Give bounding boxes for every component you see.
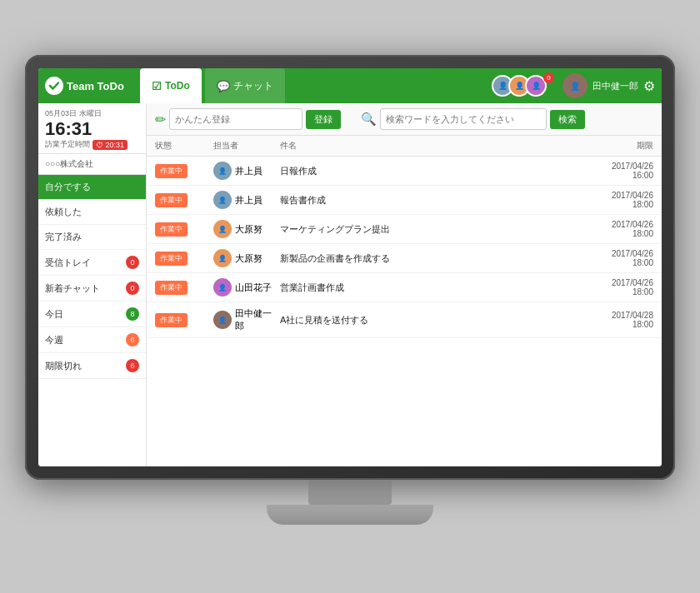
- chat-icon: 💬: [217, 80, 230, 92]
- sidebar-item-label: 今週: [45, 334, 63, 346]
- sidebar-item-jushin[interactable]: 受信トレイ0: [38, 250, 146, 276]
- due-date: 2017/04/26 18:00: [570, 191, 653, 209]
- sidebar-badge-jushin: 0: [126, 256, 139, 269]
- col-status: 状態: [155, 140, 213, 152]
- table-row[interactable]: 作業中👤井上員日報作成2017/04/26 16:00: [147, 157, 662, 186]
- header-right: 👤 👤 👤 0 👤 田中健一郎 ⚙: [492, 73, 655, 98]
- sidebar-time: 16:31: [45, 119, 139, 139]
- status-cell: 作業中: [155, 164, 213, 178]
- table-row[interactable]: 作業中👤田中健一郎A社に見積を送付する2017/04/28 18:00: [147, 302, 662, 338]
- assignee-name: 山田花子: [235, 282, 272, 294]
- todo-table: 状態 担当者 件名 期限 作業中👤井上員日報作成2017/04/26 16:00…: [147, 136, 662, 466]
- assignee-cell: 👤山田花子: [213, 278, 280, 296]
- app-body: 05月03日 水曜日 16:31 訪業予定時間 ⏱ 20:31 ○○○株式会社 …: [38, 103, 662, 466]
- search-input[interactable]: [380, 108, 547, 130]
- task-name: 営業計画書作成: [280, 282, 570, 294]
- search-button[interactable]: 検索: [550, 110, 585, 129]
- table-row[interactable]: 作業中👤大原努新製品の企画書を作成する2017/04/26 18:00: [147, 244, 662, 273]
- row-avatar: 👤: [213, 249, 232, 267]
- sidebar-badge-imasugu: 6: [126, 333, 139, 346]
- status-cell: 作業中: [155, 222, 213, 237]
- status-cell: 作業中: [155, 281, 213, 295]
- avatar-badge: 0: [543, 72, 554, 83]
- status-cell: 作業中: [155, 313, 213, 327]
- assignee-cell: 👤大原努: [213, 220, 280, 238]
- due-date: 2017/04/28 18:00: [570, 311, 653, 329]
- status-cell: 作業中: [155, 193, 213, 207]
- status-badge: 作業中: [155, 164, 188, 178]
- row-avatar: 👤: [213, 162, 232, 180]
- status-badge: 作業中: [155, 281, 188, 295]
- assignee-cell: 👤田中健一郎: [213, 307, 280, 332]
- monitor-stand-top: [308, 480, 392, 505]
- assignee-name: 大原努: [235, 223, 262, 236]
- tab-todo[interactable]: ☑ ToDo: [140, 68, 202, 103]
- due-date: 2017/04/26 18:00: [570, 278, 653, 296]
- sidebar-items-container: 自分でする依頼した完了済み受信トレイ0新着チャット0今日8今週6期限切れ6: [38, 175, 146, 379]
- logo-text: Team ToDo: [67, 80, 124, 92]
- sidebar-item-tanomu[interactable]: 依頼した: [38, 200, 146, 225]
- tab-chat[interactable]: 💬 チャット: [205, 68, 285, 103]
- status-badge: 作業中: [155, 252, 188, 266]
- main-content: ✏ 登録 🔍 検索 状態: [147, 103, 662, 466]
- monitor-bezel: Team ToDo ☑ ToDo 💬 チャット 👤 👤 👤 0: [25, 55, 675, 480]
- toolbar: ✏ 登録 🔍 検索: [147, 103, 662, 136]
- status-cell: 作業中: [155, 252, 213, 266]
- sidebar-item-kanryo[interactable]: 完了済み: [38, 225, 146, 250]
- sidebar-item-kigen[interactable]: 期限切れ6: [38, 353, 146, 379]
- sidebar-item-label: 受信トレイ: [45, 257, 91, 269]
- timer-label: 訪業予定時間: [45, 139, 90, 150]
- col-due: 期限: [570, 140, 653, 152]
- sidebar-badge-shinchat: 0: [126, 282, 139, 295]
- col-assignee: 担当者: [213, 140, 280, 152]
- app-header: Team ToDo ☑ ToDo 💬 チャット 👤 👤 👤 0: [38, 68, 662, 103]
- row-avatar: 👤: [213, 191, 232, 209]
- sidebar-item-shinchat[interactable]: 新着チャット0: [38, 276, 146, 301]
- sidebar-item-jibun[interactable]: 自分でする: [38, 175, 146, 200]
- quick-add-input[interactable]: [169, 108, 302, 130]
- task-name: A社に見積を送付する: [280, 314, 570, 326]
- avatar-group: 👤 👤 👤 0: [492, 75, 558, 97]
- table-row[interactable]: 作業中👤山田花子営業計画書作成2017/04/26 18:00: [147, 273, 662, 302]
- monitor-stand-base: [267, 505, 433, 525]
- monitor-screen: Team ToDo ☑ ToDo 💬 チャット 👤 👤 👤 0: [38, 68, 662, 466]
- sidebar-item-label: 今日: [45, 308, 63, 321]
- task-name: 新製品の企画書を作成する: [280, 252, 570, 265]
- status-badge: 作業中: [155, 313, 188, 327]
- pencil-icon: ✏: [155, 112, 166, 127]
- due-date: 2017/04/26 18:00: [570, 249, 653, 267]
- user-name: 田中健一郎: [592, 80, 638, 92]
- assignee-cell: 👤大原努: [213, 249, 280, 267]
- row-avatar: 👤: [213, 311, 232, 329]
- user-avatar: 👤: [562, 73, 588, 98]
- status-badge: 作業中: [155, 222, 188, 237]
- register-button[interactable]: 登録: [306, 110, 341, 129]
- sidebar-item-label: 完了済み: [45, 231, 82, 243]
- sidebar-item-today[interactable]: 今日8: [38, 301, 146, 327]
- sidebar-item-imasugu[interactable]: 今週6: [38, 327, 146, 353]
- sidebar-badge-today: 8: [126, 307, 139, 321]
- quick-add-area: ✏ 登録: [155, 108, 341, 130]
- tab-todo-label: ToDo: [165, 80, 190, 92]
- assignee-name: 井上員: [235, 194, 262, 207]
- timer-value: ⏱ 20:31: [92, 140, 128, 150]
- gear-icon[interactable]: ⚙: [643, 78, 655, 94]
- assignee-name: 井上員: [235, 165, 262, 177]
- task-name: 報告書作成: [280, 194, 570, 207]
- sidebar-item-label: 新着チャット: [45, 282, 100, 295]
- table-row[interactable]: 作業中👤井上員報告書作成2017/04/26 18:00: [147, 186, 662, 215]
- search-area: 🔍 検索: [361, 108, 585, 130]
- todo-check-icon: ☑: [152, 80, 162, 92]
- sidebar-badge-kigen: 6: [126, 359, 139, 372]
- sidebar-item-label: 自分でする: [45, 181, 91, 193]
- status-badge: 作業中: [155, 193, 188, 207]
- sidebar-item-label: 依頼した: [45, 206, 82, 218]
- task-name: マーケティングプラン提出: [280, 223, 570, 236]
- table-row[interactable]: 作業中👤大原努マーケティングプラン提出2017/04/26 18:00: [147, 215, 662, 244]
- tab-chat-label: チャット: [233, 79, 273, 93]
- due-date: 2017/04/26 18:00: [570, 220, 653, 238]
- sidebar-timer: 訪業予定時間 ⏱ 20:31: [45, 139, 139, 150]
- sidebar-date-area: 05月03日 水曜日 16:31 訪業予定時間 ⏱ 20:31: [38, 103, 146, 154]
- due-date: 2017/04/26 16:00: [570, 162, 653, 180]
- table-header: 状態 担当者 件名 期限: [147, 136, 662, 157]
